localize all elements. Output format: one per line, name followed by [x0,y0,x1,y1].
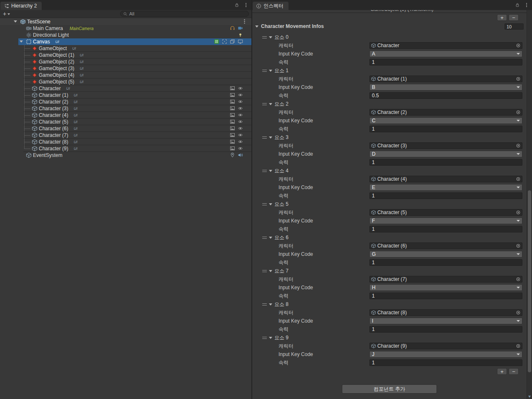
element-header[interactable]: 요소 3 [252,134,527,141]
array-size-field[interactable]: 10 [504,23,524,30]
character-object-field[interactable]: Character (1) [369,76,522,82]
hierarchy-item-character-4[interactable]: Character (4)UI [0,112,251,119]
speed-input[interactable]: 1 [369,226,522,232]
foldout-arrow[interactable] [269,270,272,272]
foldout-arrow[interactable] [269,36,272,38]
object-picker-icon[interactable] [516,277,521,282]
lock-icon[interactable] [515,3,520,8]
hierarchy-item-testscene[interactable]: TestScene [0,18,251,25]
kebab-menu-icon[interactable] [524,3,529,8]
key-code-dropdown[interactable]: C [369,117,522,124]
speed-input[interactable]: 1 [369,259,522,266]
tab-inspector[interactable]: 인스펙터 [253,2,289,10]
element-header[interactable]: 요소 0 [252,34,527,40]
list-remove-button[interactable]: − [509,368,519,375]
hierarchy-item-character-9[interactable]: Character (9)UI [0,145,251,152]
foldout-arrow[interactable] [269,203,272,205]
drag-handle-icon[interactable] [262,170,267,172]
character-object-field[interactable]: Character (7) [369,276,522,283]
key-code-dropdown[interactable]: H [369,284,522,291]
drag-handle-icon[interactable] [262,136,267,139]
list-add-button[interactable]: + [497,368,507,375]
foldout-arrow[interactable] [269,103,272,105]
key-code-dropdown[interactable]: E [369,184,522,191]
kebab-menu-icon[interactable] [243,3,248,8]
speed-input[interactable]: 1 [369,326,522,333]
key-code-dropdown[interactable]: F [369,217,522,224]
object-picker-icon[interactable] [516,76,521,81]
hierarchy-item-character-5[interactable]: Character (5)UI [0,119,251,125]
element-header[interactable]: 요소 9 [252,334,527,341]
character-object-field[interactable]: Character (6) [369,242,522,249]
speed-input[interactable]: 1 [369,126,522,132]
object-picker-icon[interactable] [516,343,521,348]
hierarchy-item-character[interactable]: CharacterUI [0,85,251,92]
foldout-arrow[interactable] [269,303,272,306]
kebab-menu-icon[interactable] [242,19,247,24]
element-header[interactable]: 요소 5 [252,201,527,207]
list-remove-button[interactable]: − [509,14,519,21]
hierarchy-item-character-8[interactable]: Character (8)UI [0,139,251,145]
element-header[interactable]: 요소 1 [252,67,527,74]
list-add-button[interactable]: + [497,14,507,21]
hierarchy-item-character-2[interactable]: Character (2)UI [0,98,251,105]
object-picker-icon[interactable] [516,177,521,182]
drag-handle-icon[interactable] [262,36,267,38]
hierarchy-item-character-6[interactable]: Character (6)UI [0,125,251,132]
hierarchy-item-gameobject[interactable]: GameObjectUI [0,45,251,52]
hierarchy-item-gameobject-2[interactable]: GameObject (2)UI [0,58,251,65]
speed-input[interactable]: 0.5 [369,92,522,99]
hierarchy-item-eventsystem[interactable]: EventSystem [0,152,251,159]
hierarchy-item-gameobject-4[interactable]: GameObject (4)UI [0,72,251,78]
key-code-dropdown[interactable]: B [369,84,522,91]
object-picker-icon[interactable] [516,310,521,315]
character-object-field[interactable]: Character (5) [369,209,522,216]
drag-handle-icon[interactable] [262,237,267,239]
hierarchy-item-gameobject-1[interactable]: GameObject (1)UI [0,52,251,58]
drag-handle-icon[interactable] [262,270,267,272]
element-header[interactable]: 요소 6 [252,234,527,241]
foldout-arrow[interactable] [269,337,272,339]
speed-input[interactable]: 1 [369,59,522,66]
object-picker-icon[interactable] [516,210,521,215]
foldout-arrow[interactable] [269,170,272,172]
foldout-arrow[interactable] [14,20,17,23]
tab-hierarchy[interactable]: Hierarchy 2 [0,2,42,10]
scroll-down-icon[interactable] [528,396,531,398]
hierarchy-item-directional-light[interactable]: Directional Light [0,32,251,38]
drag-handle-icon[interactable] [262,203,267,205]
hierarchy-item-gameobject-3[interactable]: GameObject (3)UI [0,65,251,72]
object-picker-icon[interactable] [516,43,521,48]
speed-input[interactable]: 1 [369,159,522,166]
speed-input[interactable]: 1 [369,293,522,299]
character-object-field[interactable]: Character (9) [369,343,522,349]
drag-handle-icon[interactable] [262,303,267,306]
key-code-dropdown[interactable]: A [369,51,522,57]
object-picker-icon[interactable] [516,143,521,148]
key-code-dropdown[interactable]: G [369,251,522,258]
foldout-arrow[interactable] [269,237,272,239]
hierarchy-item-character-3[interactable]: Character (3)UI [0,105,251,112]
speed-input[interactable]: 1 [369,359,522,366]
inspector-scrollbar[interactable] [527,10,532,399]
element-header[interactable]: 요소 7 [252,268,527,274]
speed-input[interactable]: 1 [369,192,522,199]
drag-handle-icon[interactable] [262,103,267,105]
lock-icon[interactable] [234,3,239,8]
key-code-dropdown[interactable]: D [369,151,522,157]
hierarchy-item-character-1[interactable]: Character (1)UI [0,92,251,98]
character-object-field[interactable]: Character (2) [369,109,522,116]
foldout-arrow[interactable] [269,136,272,139]
hierarchy-item-character-7[interactable]: Character (7)UI [0,132,251,139]
key-code-dropdown[interactable]: J [369,351,522,358]
create-object-button[interactable]: + [0,11,13,17]
element-header[interactable]: 요소 8 [252,301,527,308]
drag-handle-icon[interactable] [262,337,267,339]
hierarchy-item-main-camera[interactable]: Main CameraMainCamera [0,25,251,32]
character-object-field[interactable]: Character (3) [369,142,522,149]
drag-handle-icon[interactable] [262,70,267,72]
character-object-field[interactable]: Character (4) [369,176,522,182]
hierarchy-item-canvas[interactable]: CanvasUI [0,38,251,45]
object-picker-icon[interactable] [516,110,521,115]
key-code-dropdown[interactable]: I [369,318,522,324]
